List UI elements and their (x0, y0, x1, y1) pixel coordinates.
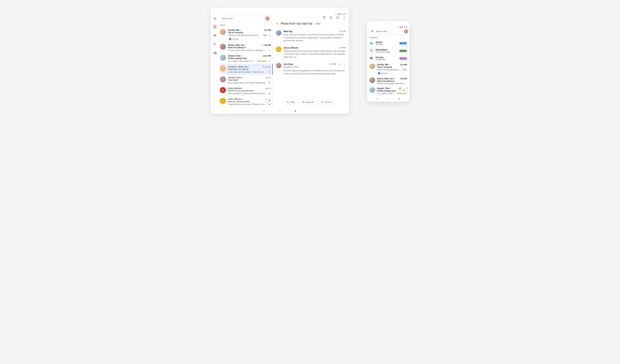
star-icon[interactable] (268, 81, 271, 84)
category-forums[interactable]: Forums Google Play 25 new (369, 55, 408, 62)
thread-tag[interactable]: Travel (314, 22, 321, 25)
battery-icon (340, 13, 342, 15)
nav-promotions[interactable] (212, 41, 218, 47)
tag-icon (214, 43, 217, 46)
mail-list[interactable]: Cecilia, Nik 2 2:13 PM Trip to Yosemite … (219, 27, 273, 108)
nav-home[interactable] (279, 110, 281, 112)
mail-item[interactable]: Kylie, Jacob, me 3 Making a big impact i… (219, 107, 273, 108)
msg-to[interactable]: to cameron, Jesse (283, 66, 346, 68)
msg-from: Jesse Jillissen (283, 46, 298, 49)
android-nav (211, 108, 349, 114)
search-box[interactable] (219, 15, 271, 22)
thread-messages: Mike Ray 2:13 PM Hi all, Here are the ph… (275, 28, 346, 97)
mark-unread-icon[interactable] (336, 16, 339, 19)
account-avatar[interactable] (265, 16, 270, 21)
reply-all-button[interactable]: Reply all (299, 100, 316, 105)
mail-time: Apr 28 (265, 87, 271, 90)
search-box[interactable] (369, 28, 408, 35)
mail-subject: Photo from my road trip (228, 68, 270, 70)
phone-device: 5:00 PRIMARY Social YouTube 12 new Promo… (367, 21, 409, 102)
mail-item[interactable]: Jenna, Alan, me 3 1:40 PM Hello from Mex… (219, 42, 273, 53)
mail-item[interactable]: Cameron, Jesse, me 3 Apr 28 Photo from m… (219, 64, 273, 75)
battery-icon (402, 26, 403, 28)
sender-avatar (369, 87, 375, 93)
category-sub: Think with Google (376, 51, 397, 53)
nav-forums[interactable] (212, 50, 218, 56)
star-icon[interactable] (268, 60, 271, 62)
compose-fab[interactable] (266, 97, 273, 104)
nav-primary[interactable] (212, 24, 218, 29)
thread-toolbar (275, 15, 346, 21)
doc-chip[interactable]: Yosemite… (377, 72, 390, 75)
thread-message[interactable]: J Jesse Jillissen 2:25 PM Thanks Cameron… (275, 44, 346, 61)
search-input[interactable] (221, 17, 264, 20)
svg-point-7 (344, 64, 344, 64)
mail-sender: Jeroen, Tino 2 (377, 87, 391, 90)
category-title: Social (376, 41, 397, 43)
msg-avatar (276, 30, 281, 36)
star-icon[interactable] (268, 71, 270, 73)
nav-recent[interactable] (398, 98, 401, 100)
thread-title: Photo from my road trip (281, 22, 312, 25)
svg-rect-2 (336, 17, 339, 18)
nav-recent[interactable] (294, 110, 296, 112)
category-social[interactable]: Social YouTube 12 new (369, 39, 408, 47)
thread-message[interactable]: Mike Ray 2:13 PM Hi all, Here are the ph… (275, 28, 346, 44)
thread-message[interactable]: Jun Chao 2:25 PM to cameron, Jesse Hi Je… (275, 61, 346, 77)
thread-star[interactable] (276, 22, 279, 25)
nav-social[interactable] (212, 33, 218, 38)
mail-tag: Trip (402, 68, 407, 71)
wifi-icon (335, 13, 337, 15)
category-promotions[interactable]: Promotions Think with Google 18 new (369, 47, 408, 55)
mail-subject: Trip to Yosemite (228, 31, 271, 34)
archive-icon[interactable] (323, 16, 326, 19)
svg-rect-1 (323, 16, 325, 17)
signal-icon (399, 26, 401, 28)
account-avatar[interactable] (404, 29, 408, 33)
mail-snippet: Check out this place that we're st… (377, 82, 407, 85)
mail-time: 1:40 PM (261, 44, 271, 46)
category-badge: 12 new (399, 42, 406, 45)
msg-time: 2:25 PM (339, 47, 346, 49)
nav-home[interactable] (387, 98, 389, 100)
delete-icon[interactable] (329, 16, 332, 19)
mail-snippet: I read the book and I love it! Thanks fo… (228, 103, 267, 106)
more-icon[interactable] (343, 16, 346, 19)
forward-button[interactable]: Forward (318, 100, 335, 105)
mail-time: Apr 28 (265, 76, 271, 79)
nav-back[interactable] (376, 98, 378, 100)
mail-item[interactable]: Jeroen, Tino 2 12:57 PM Coffee-making cl… (219, 53, 273, 64)
mail-sender: Jessica Carey 2 (228, 76, 243, 79)
mail-tag: Trip (263, 34, 267, 36)
search-input[interactable] (376, 30, 403, 33)
mail-item[interactable]: Cecilia, Nik 2 2:13 PM Trip to Yosemite … (219, 27, 273, 42)
status-bar: 5:00 (335, 13, 346, 15)
mail-item[interactable]: J Jesse Jillissen 2 Apr 28 Book you reco… (219, 96, 273, 107)
more-icon[interactable] (343, 63, 346, 65)
reply-row: Reply Reply all Forward (275, 97, 346, 108)
star-icon[interactable] (268, 92, 271, 95)
mail-subject: Paint Night? (228, 79, 271, 81)
mail-sender: Asher Rabbani (228, 87, 242, 90)
compose-fab[interactable] (400, 87, 407, 93)
category-sub: YouTube (376, 43, 397, 46)
mail-item[interactable]: Cecilia, Nik 2 2:13 PM Trip to Yosemite … (369, 62, 408, 76)
mail-item[interactable]: Jenna, Alan, me 3 1:40 PM Hello from Mex… (369, 76, 408, 86)
svg-point-12 (388, 98, 389, 99)
reply-button[interactable]: Reply (283, 100, 298, 105)
doc-chip[interactable]: Yosemite… (228, 37, 241, 41)
star-icon[interactable] (268, 49, 271, 52)
menu-button[interactable] (371, 30, 374, 33)
primary-label: PRIMARY (369, 35, 408, 39)
mail-item[interactable]: Jessica Carey 2 Apr 28 Paint Night? Do y… (219, 75, 273, 86)
mail-snippet: Hi, I made a reservati… (377, 92, 395, 94)
reply-icon[interactable] (338, 63, 341, 65)
menu-button[interactable] (213, 17, 217, 20)
mail-item[interactable]: A Asher Rabbani Apr 28 RSVP for lunch an… (219, 86, 273, 96)
nav-back[interactable] (263, 110, 265, 112)
attachment-icon (261, 44, 264, 46)
star-icon[interactable] (268, 34, 271, 37)
forum-icon (214, 51, 217, 54)
plus-icon (268, 99, 271, 102)
thread-pane: Photo from my road trip Travel Mike Ray … (273, 15, 349, 108)
